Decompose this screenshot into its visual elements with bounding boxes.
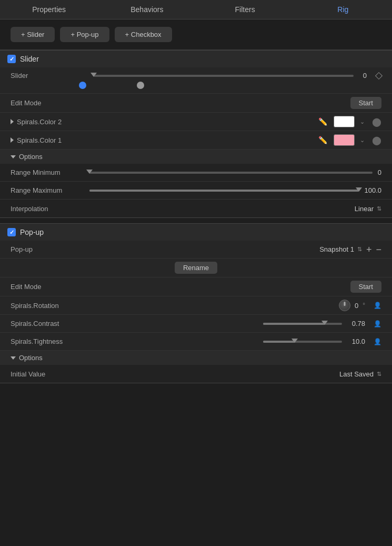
spirals-rotation-row: Spirals.Rotation 0 ° 👤 (0, 296, 392, 315)
popup-edit-mode-row: Edit Mode Start (0, 277, 392, 296)
popup-section-content: Pop-up Snapshot 1 ⇅ + − Rename Edit Mode… (0, 241, 392, 383)
interpolation-stepper-icon[interactable]: ⇅ (377, 205, 381, 212)
initial-value-row: Initial Value Last Saved ⇅ (0, 365, 392, 383)
initial-value-label: Initial Value (11, 370, 84, 378)
popup-stepper-icon[interactable]: ⇅ (357, 246, 362, 253)
color1-swatch[interactable] (334, 134, 355, 146)
eyedropper-color1-icon[interactable]: ✏️ (318, 136, 327, 144)
spirals-tightness-label: Spirals.Tightness (11, 337, 89, 345)
initial-value-stepper-icon[interactable]: ⇅ (377, 371, 381, 378)
interpolation-value: Linear (355, 205, 374, 213)
range-min-track[interactable] (89, 172, 373, 174)
spirals-color2-row: Spirals.Color 2 ✏️ ⌄ ⬤ (0, 113, 392, 131)
slider-thumb-blue[interactable] (79, 82, 86, 89)
popup-options-header[interactable]: Options (0, 351, 392, 365)
popup-checkbox[interactable] (7, 228, 16, 236)
spirals-color1-label: Spirals.Color 1 (17, 136, 62, 144)
popup-add-button[interactable]: + (365, 245, 373, 254)
spirals-tightness-value: 10.0 (346, 337, 365, 345)
slider-checkbox[interactable] (7, 55, 16, 63)
range-min-row: Range Minimum 0 (0, 164, 392, 182)
range-max-label: Range Maximum (11, 186, 84, 194)
color2-swatch[interactable] (334, 116, 355, 127)
slider-value-row: Slider 0 (0, 67, 392, 94)
range-min-value: 0 (378, 168, 381, 176)
tab-behaviors[interactable]: Behaviors (98, 0, 196, 19)
contrast-track[interactable] (263, 323, 342, 325)
slider-options-label: Options (19, 153, 43, 161)
color2-dropdown-arrow[interactable]: ⌄ (360, 118, 365, 125)
add-buttons-row: + Slider + Pop-up + Checkbox (0, 19, 392, 49)
rotation-person-icon: 👤 (374, 302, 381, 309)
popup-value-row: Pop-up Snapshot 1 ⇅ + − (0, 241, 392, 259)
color1-dropdown-arrow[interactable]: ⌄ (360, 137, 365, 144)
color2-person-icon: ⬤ (372, 117, 381, 127)
options-expand-icon (11, 155, 16, 158)
slider-thumb-gray[interactable] (137, 82, 144, 89)
spirals-color2-label: Spirals.Color 2 (17, 118, 62, 126)
initial-value-value: Last Saved (339, 370, 374, 378)
slider-track-top[interactable] (94, 75, 354, 77)
popup-section-header: Pop-up (0, 223, 392, 241)
spirals-contrast-value: 0.78 (346, 320, 365, 327)
edit-mode-label: Edit Mode (11, 99, 84, 107)
popup-snapshot-value: Snapshot 1 (319, 245, 354, 253)
color1-person-icon: ⬤ (372, 135, 381, 145)
spirals-contrast-label: Spirals.Contrast (11, 320, 89, 327)
slider-label: Slider (11, 72, 84, 80)
tabs-bar: Properties Behaviors Filters Rig (0, 0, 392, 19)
popup-options-label: Options (19, 354, 43, 362)
popup-section-title: Pop-up (20, 228, 44, 236)
spirals-rotation-label: Spirals.Rotation (11, 302, 89, 310)
popup-edit-mode-label: Edit Mode (11, 283, 84, 291)
expand-color1-arrow[interactable] (11, 137, 14, 143)
popup-options-expand-icon (11, 356, 16, 360)
slider-section-content: Slider 0 Edit Mode Start Spirals.Color 2… (0, 67, 392, 218)
add-slider-button[interactable]: + Slider (11, 27, 55, 42)
eyedropper-color2-icon[interactable]: ✏️ (318, 117, 327, 126)
popup-label: Pop-up (11, 245, 84, 253)
spirals-color1-row: Spirals.Color 1 ✏️ ⌄ ⬤ (0, 131, 392, 150)
rotation-knob[interactable] (339, 300, 350, 311)
interpolation-label: Interpolation (11, 205, 84, 213)
contrast-person-icon: 👤 (374, 320, 381, 327)
tab-rig[interactable]: Rig (294, 0, 392, 19)
interpolation-row: Interpolation Linear ⇅ (0, 200, 392, 217)
tab-filters[interactable]: Filters (196, 0, 294, 19)
popup-edit-mode-start-button[interactable]: Start (350, 281, 381, 293)
rename-button[interactable]: Rename (175, 262, 217, 274)
diamond-icon (375, 72, 383, 79)
range-max-value: 100.0 (364, 186, 381, 194)
add-popup-button[interactable]: + Pop-up (60, 27, 109, 42)
add-checkbox-button[interactable]: + Checkbox (115, 27, 172, 42)
spirals-rotation-value: 0 (355, 302, 358, 310)
range-max-track[interactable] (89, 190, 359, 192)
tightness-track[interactable] (263, 341, 342, 343)
expand-color2-arrow[interactable] (11, 119, 14, 124)
slider-section-header: Slider (0, 50, 392, 67)
slider-section-title: Slider (20, 55, 39, 63)
slider-value: 0 (363, 72, 367, 80)
tab-properties[interactable]: Properties (0, 0, 98, 19)
slider-options-header[interactable]: Options (0, 150, 392, 164)
range-max-row: Range Maximum 100.0 (0, 182, 392, 200)
tightness-person-icon: 👤 (374, 338, 381, 345)
popup-minus-icon[interactable]: − (376, 245, 381, 254)
edit-mode-row: Edit Mode Start (0, 94, 392, 113)
spirals-contrast-row: Spirals.Contrast 0.78 👤 (0, 315, 392, 333)
rename-row: Rename (0, 259, 392, 277)
edit-mode-start-button[interactable]: Start (350, 97, 381, 109)
range-min-label: Range Minimum (11, 168, 84, 176)
spirals-tightness-row: Spirals.Tightness 10.0 👤 (0, 333, 392, 351)
degree-label: ° (363, 302, 365, 309)
